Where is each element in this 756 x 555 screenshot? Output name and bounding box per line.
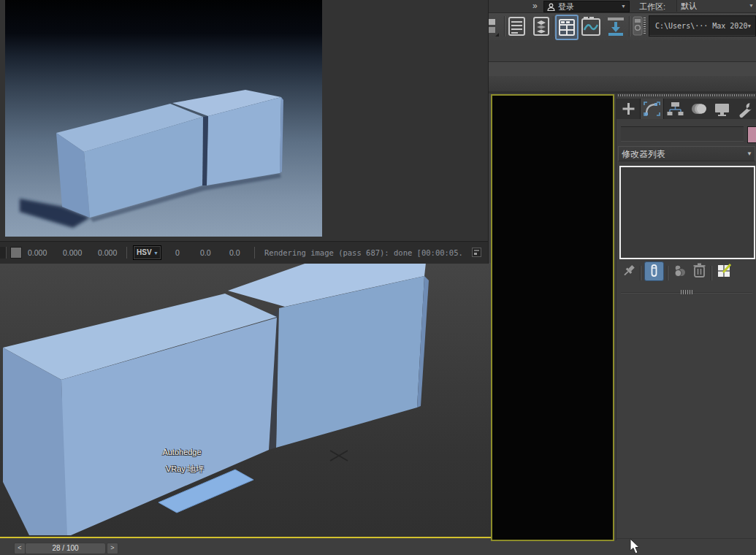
toolbar-separator — [504, 16, 505, 37]
modifier-list-label: 修改器列表 — [619, 149, 665, 159]
object-label-autohedge: Autohedge — [149, 448, 215, 456]
next-frame-button[interactable]: > — [107, 543, 118, 554]
tab-hierarchy[interactable] — [664, 99, 687, 119]
configure-modifier-sets-icon[interactable] — [716, 262, 733, 279]
hierarchy-tree-icon — [664, 99, 687, 119]
status-time-bar: < 28 / 100 > — [0, 538, 756, 555]
user-icon — [547, 3, 555, 11]
color-value-g: 0.000 — [63, 248, 86, 257]
toolbar-separator — [640, 266, 641, 280]
test-tube-icon — [645, 262, 663, 280]
curve-editor-icon[interactable] — [581, 15, 601, 37]
previous-frame-button[interactable]: < — [14, 543, 26, 554]
layer-explorer-icon[interactable] — [532, 16, 551, 37]
workspace-label: 工作区: — [639, 1, 665, 12]
toolbar-drag-grip[interactable] — [644, 18, 646, 35]
tab-motion[interactable] — [687, 99, 710, 119]
tab-create[interactable] — [617, 99, 640, 119]
wrench-icon — [734, 99, 756, 119]
project-folder-dropdown[interactable]: C:\Users\··· Max 2020 ▼ — [649, 15, 756, 37]
color-mode-value: HSV — [134, 248, 152, 256]
display-monitor-icon — [711, 99, 733, 119]
workspace-value: 默认 — [677, 1, 697, 10]
toolbar-separator — [711, 266, 712, 280]
vfb-log-icon[interactable] — [472, 248, 481, 257]
object-color-swatch[interactable] — [747, 126, 756, 143]
modifier-stack-list[interactable] — [619, 166, 755, 259]
ribbon-toggle-icon[interactable] — [605, 15, 627, 37]
toolbar-separator — [667, 266, 668, 280]
window-panes-icon — [557, 16, 577, 39]
time-slider[interactable]: 28 / 100 — [25, 543, 106, 554]
viewport-perspective[interactable]: Autohedge VRay 地坪 — [0, 263, 498, 538]
chevron-down-icon: ▼ — [747, 147, 752, 161]
status-separator — [254, 247, 255, 259]
toggle-scene-explorer-button-active[interactable] — [555, 15, 579, 40]
vray-frame-buffer-window[interactable]: 0.000 0.000 0.000 HSV ▼ 0 0.0 0.0 Render… — [0, 0, 489, 264]
toolbar-separator — [553, 16, 554, 37]
show-end-result-button-active[interactable] — [644, 261, 664, 281]
chevron-down-icon: ▼ — [621, 1, 626, 12]
command-panel-tabs — [616, 99, 756, 119]
pixel-v-value: 0.0 — [229, 248, 247, 257]
object-name-field[interactable] — [621, 126, 744, 142]
scene-explorer-icon[interactable] — [508, 16, 526, 37]
tab-display[interactable] — [711, 99, 733, 119]
project-folder-icon[interactable] — [633, 16, 643, 36]
chevron-down-icon: ▼ — [748, 16, 751, 36]
workspace-dropdown[interactable]: 默认 ▼ — [676, 0, 756, 12]
toolbar-overflow-chevron[interactable]: » — [532, 1, 538, 11]
login-label: 登录 — [558, 1, 574, 12]
pin-stack-icon[interactable] — [621, 262, 638, 279]
chevron-down-icon: ▼ — [153, 247, 159, 259]
color-mode-dropdown[interactable]: HSV ▼ — [133, 245, 161, 260]
vfb-partial-control — [0, 247, 7, 259]
color-value-b: 0.000 — [98, 248, 121, 257]
rollout-divider-grip[interactable] — [681, 290, 692, 294]
modify-bezier-icon — [641, 99, 663, 119]
render-status-message: Rendering image (pass 687): done [00:00:… — [264, 248, 466, 257]
color-value-r: 0.000 — [28, 248, 51, 257]
pivot-cross-icon — [330, 451, 348, 461]
pixel-s-value: 0.0 — [200, 248, 218, 257]
motion-circles-icon — [687, 99, 710, 119]
status-separator — [126, 247, 127, 259]
picked-color-swatch[interactable] — [10, 247, 22, 259]
tab-utilities[interactable] — [734, 99, 756, 119]
panel-drag-grip[interactable] — [618, 94, 755, 96]
viewport-geometry — [0, 263, 495, 535]
toolbar-separator — [629, 16, 630, 37]
vfb-status-bar: 0.000 0.000 0.000 HSV ▼ 0 0.0 0.0 Render… — [0, 241, 488, 264]
object-label-vray-plane: VRay 地坪 — [152, 464, 218, 475]
tab-modify-selected[interactable] — [641, 99, 663, 119]
application-window: » 登录 ▼ 工作区: 默认 ▼ — [0, 0, 756, 555]
mouse-cursor — [630, 539, 641, 554]
rendered-image — [5, 0, 322, 237]
remove-modifier-trash-icon[interactable] — [691, 261, 708, 279]
viewport-camera[interactable] — [491, 94, 614, 541]
make-unique-icon[interactable] — [672, 262, 689, 279]
partial-toolbar-icon[interactable] — [488, 17, 501, 37]
modifier-list-dropdown[interactable]: 修改器列表 ▼ — [618, 146, 755, 161]
login-dropdown[interactable]: 登录 ▼ — [543, 1, 630, 12]
chevron-down-icon: ▼ — [749, 0, 754, 12]
pixel-h-value: 0 — [175, 248, 187, 257]
command-panel: 修改器列表 ▼ — [616, 93, 756, 540]
plus-icon — [617, 99, 640, 119]
project-path-value: C:\Users\··· Max 2020 — [649, 16, 747, 36]
